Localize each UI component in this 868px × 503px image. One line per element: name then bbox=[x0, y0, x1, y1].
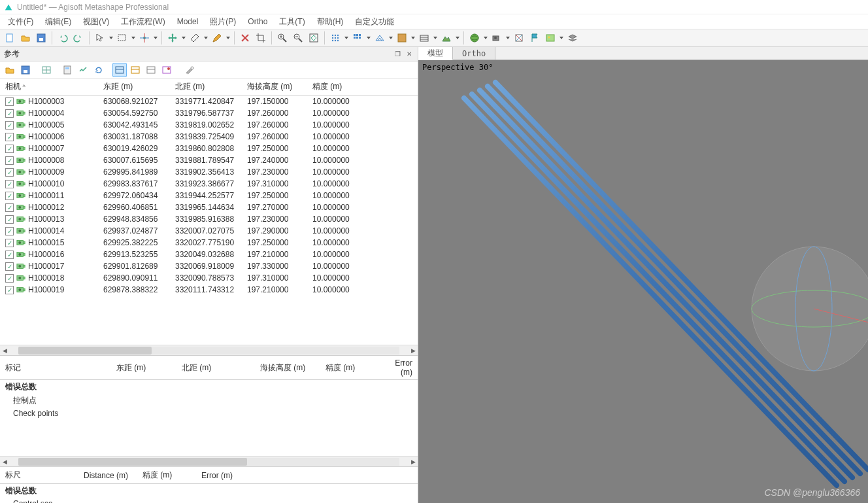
row-checkbox[interactable] bbox=[5, 251, 14, 259]
table-row[interactable]: H1000006630031.1870883319839.725409197.2… bbox=[0, 131, 418, 143]
layers-button[interactable] bbox=[565, 31, 580, 45]
menu-workflow[interactable]: 工作流程(W) bbox=[116, 15, 170, 29]
update-button[interactable] bbox=[76, 63, 90, 77]
texture-button[interactable] bbox=[395, 31, 409, 45]
row-checkbox[interactable] bbox=[5, 192, 14, 200]
convert-button[interactable] bbox=[39, 63, 54, 77]
dem-dropdown[interactable] bbox=[455, 31, 460, 45]
mcol-north[interactable]: 北距 (m) bbox=[176, 356, 255, 380]
markers-row-control[interactable]: 控制点 bbox=[0, 394, 111, 408]
scol-acc[interactable]: 精度 (m) bbox=[137, 467, 196, 484]
image-toggle-button[interactable] bbox=[543, 31, 558, 45]
table-row[interactable]: H1000010629983.8376173319923.386677197.3… bbox=[0, 178, 418, 190]
menu-file[interactable]: 文件(F) bbox=[3, 15, 39, 29]
dem-button[interactable] bbox=[439, 31, 454, 45]
table-row[interactable]: H1000015629925.3822253320027.775190197.2… bbox=[0, 237, 418, 249]
rect-select-dropdown[interactable] bbox=[131, 31, 136, 45]
row-checkbox[interactable] bbox=[5, 97, 14, 106]
row-checkbox[interactable] bbox=[5, 168, 14, 177]
cameras-toggle-button[interactable] bbox=[490, 31, 504, 45]
row-checkbox[interactable] bbox=[5, 180, 14, 188]
tab-ortho[interactable]: Ortho bbox=[453, 47, 495, 60]
table-row[interactable]: H1000005630042.4931453319819.002652197.2… bbox=[0, 119, 418, 131]
ruler-dropdown[interactable] bbox=[203, 31, 209, 45]
navigate-dropdown[interactable] bbox=[108, 31, 114, 45]
table-row[interactable]: H1000011629972.0604343319944.252577197.2… bbox=[0, 190, 418, 201]
row-checkbox[interactable] bbox=[5, 227, 14, 235]
row-checkbox[interactable] bbox=[5, 145, 14, 153]
export-ref-button[interactable] bbox=[18, 63, 33, 77]
open-button[interactable] bbox=[18, 31, 33, 45]
col-east[interactable]: 东距 (m) bbox=[98, 78, 170, 95]
tiled-button[interactable] bbox=[417, 31, 431, 45]
table-row[interactable]: H1000017629901.8126893320069.918009197.3… bbox=[0, 260, 418, 272]
scol-err[interactable]: Error (m) bbox=[196, 467, 418, 484]
rect-select-button[interactable] bbox=[115, 31, 129, 45]
gizmo-dropdown[interactable] bbox=[153, 31, 158, 45]
table-row[interactable]: H1000016629913.5232553320049.032688197.2… bbox=[0, 249, 418, 260]
table-row[interactable]: H1000014629937.0248773320007.027075197.2… bbox=[0, 225, 418, 237]
texture-dropdown[interactable] bbox=[410, 31, 416, 45]
redo-button[interactable] bbox=[71, 31, 86, 45]
model-viewport[interactable]: Perspective 30° bbox=[418, 60, 868, 503]
row-checkbox[interactable] bbox=[5, 239, 14, 247]
mcol-marker[interactable]: 标记 bbox=[0, 356, 111, 380]
col-acc[interactable]: 精度 (m) bbox=[307, 78, 418, 95]
view-errors-button[interactable] bbox=[144, 63, 158, 77]
row-checkbox[interactable] bbox=[5, 203, 14, 212]
zoom-out-button[interactable] bbox=[291, 31, 305, 45]
flag-toggle-button[interactable] bbox=[527, 31, 542, 45]
dense-cloud-dropdown[interactable] bbox=[366, 31, 371, 45]
menu-photo[interactable]: 照片(P) bbox=[205, 15, 241, 29]
table-row[interactable]: H1000007630019.4260293319860.802808197.2… bbox=[0, 143, 418, 154]
panel-float-button[interactable]: ❐ bbox=[393, 50, 402, 59]
refresh-button[interactable] bbox=[92, 63, 106, 77]
settings-button[interactable] bbox=[183, 63, 197, 77]
menu-custom[interactable]: 自定义功能 bbox=[350, 15, 399, 29]
view-source-button[interactable] bbox=[112, 63, 127, 77]
dense-cloud-button[interactable] bbox=[350, 31, 365, 45]
col-north[interactable]: 北距 (m) bbox=[170, 78, 242, 95]
table-row[interactable]: H1000013629948.8348563319985.916388197.2… bbox=[0, 213, 418, 225]
tiled-dropdown[interactable] bbox=[433, 31, 438, 45]
menu-model[interactable]: Model bbox=[172, 16, 204, 27]
zoom-in-button[interactable] bbox=[275, 31, 290, 45]
col-alt[interactable]: 海拔高度 (m) bbox=[242, 78, 307, 95]
grid-points-dropdown[interactable] bbox=[344, 31, 349, 45]
new-button[interactable] bbox=[3, 31, 17, 45]
row-checkbox[interactable] bbox=[5, 133, 14, 141]
table-row[interactable]: H1000012629960.4068513319965.144634197.2… bbox=[0, 201, 418, 213]
mcol-east[interactable]: 东距 (m) bbox=[111, 356, 176, 380]
navigate-button[interactable] bbox=[93, 31, 107, 45]
menu-view[interactable]: 视图(V) bbox=[78, 15, 114, 29]
table-row[interactable]: H1000008630007.6156953319881.789547197.2… bbox=[0, 154, 418, 166]
table-row[interactable]: H1000009629995.8419893319902.356413197.2… bbox=[0, 166, 418, 178]
crop-button[interactable] bbox=[254, 31, 268, 45]
col-camera[interactable]: 相机 bbox=[0, 78, 98, 95]
import-ref-button[interactable] bbox=[3, 63, 17, 77]
table-row[interactable]: H1000019629878.3883223320111.743312197.2… bbox=[0, 284, 418, 296]
fit-view-button[interactable] bbox=[307, 31, 321, 45]
cameras-table-wrap[interactable]: 相机 东距 (m) 北距 (m) 海拔高度 (m) 精度 (m) H100000… bbox=[0, 78, 418, 345]
markers-row-check[interactable]: Check points bbox=[0, 408, 111, 419]
mesh-dropdown[interactable] bbox=[388, 31, 393, 45]
ruler-button[interactable] bbox=[188, 31, 202, 45]
table-row[interactable]: H1000018629890.0909113320090.788573197.3… bbox=[0, 272, 418, 284]
menu-tools[interactable]: 工具(T) bbox=[274, 15, 310, 29]
scale-row-control[interactable]: Control sca... bbox=[0, 498, 78, 503]
undo-button[interactable] bbox=[56, 31, 70, 45]
move-dropdown[interactable] bbox=[181, 31, 186, 45]
draw-button[interactable] bbox=[210, 31, 224, 45]
globe-dropdown[interactable] bbox=[483, 31, 488, 45]
delete-button[interactable] bbox=[238, 31, 252, 45]
view-variance-button[interactable] bbox=[159, 63, 174, 77]
markers-toggle-button[interactable] bbox=[512, 31, 526, 45]
menu-ortho[interactable]: Ortho bbox=[242, 16, 273, 27]
cameras-hscroll[interactable]: ◀▶ bbox=[0, 345, 418, 355]
row-checkbox[interactable] bbox=[5, 274, 14, 283]
menu-edit[interactable]: 编辑(E) bbox=[40, 15, 76, 29]
mcol-acc[interactable]: 精度 (m) bbox=[320, 356, 379, 380]
markers-hscroll[interactable]: ◀▶ bbox=[0, 456, 418, 466]
row-checkbox[interactable] bbox=[5, 156, 14, 165]
view-estimated-button[interactable] bbox=[128, 63, 142, 77]
